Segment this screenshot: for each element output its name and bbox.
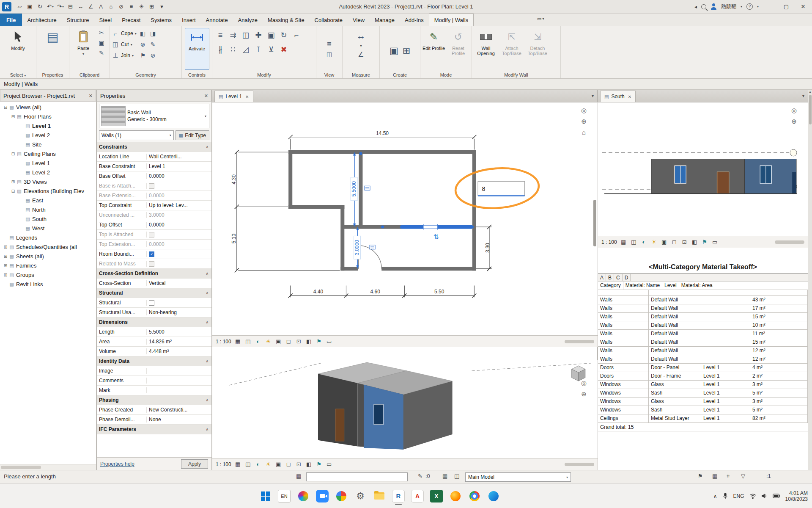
ribbon-tab[interactable]: Add-Ins xyxy=(400,14,429,26)
ribbon-tab[interactable]: Systems xyxy=(145,14,177,26)
mirror-icon[interactable]: ◫ xyxy=(242,30,249,40)
tree-expander-icon[interactable] xyxy=(10,179,16,184)
user-name[interactable]: 熱販翻 xyxy=(721,3,736,10)
help-caret-icon[interactable]: ▾ xyxy=(757,5,759,8)
edge-app[interactable] xyxy=(487,490,500,502)
property-value[interactable]: 5.5000 xyxy=(149,329,165,335)
view-control-icon[interactable]: ▦ xyxy=(234,338,241,345)
view-tab-menu-icon[interactable]: ▾ xyxy=(592,94,594,98)
text-icon[interactable]: A xyxy=(96,2,106,12)
tree-item[interactable]: Schedules/Quantities (all xyxy=(0,242,96,251)
tree-item[interactable]: Legends xyxy=(0,233,96,242)
clock[interactable]: 4:01 AM 10/8/2023 xyxy=(785,490,808,502)
schedule-row[interactable]: Doors Door - Panel Level 1 4 m² xyxy=(598,364,808,372)
copy-icon[interactable]: ▣ xyxy=(267,30,274,40)
property-row[interactable]: Length 5.5000 ∧ xyxy=(97,327,211,337)
view-control-icon[interactable]: ☀ xyxy=(650,239,658,245)
apply-coping-icon[interactable]: ◧ xyxy=(138,29,148,38)
unpin-icon[interactable]: ⊻ xyxy=(268,45,274,54)
window-symbol[interactable] xyxy=(423,224,438,230)
right-pane-scrollbar[interactable]: ▴ xyxy=(808,90,812,470)
tab-close-icon[interactable]: ✕ xyxy=(245,94,249,99)
hide-elements-icon[interactable]: ◫ xyxy=(325,50,334,59)
property-row[interactable]: Structural ∧ xyxy=(97,298,211,308)
ribbon-tab[interactable]: Insert xyxy=(177,14,201,26)
schedule-view[interactable]: <Multi-Category Material Takeoff> ABCD C… xyxy=(598,260,808,470)
tab-level-1[interactable]: ▤ Level 1 ✕ xyxy=(214,91,253,102)
tree-item[interactable]: Site xyxy=(0,140,96,149)
ribbon-tab[interactable]: View xyxy=(348,14,370,26)
property-row[interactable]: Unconnected ... 3.0000 ∧ xyxy=(97,210,211,220)
tree-item[interactable]: Elevations (Building Elev xyxy=(0,186,96,196)
type-selector[interactable]: Basic Wall Generic - 300mm ▾ xyxy=(99,104,209,128)
zoom-app[interactable] xyxy=(316,490,329,502)
tree-item[interactable]: Groups xyxy=(0,270,96,279)
property-value[interactable]: Wall Centerli... xyxy=(149,154,182,160)
property-row[interactable]: Top is Attached ∧ xyxy=(97,230,211,240)
property-row[interactable]: Base Offset 0.0000 ∧ xyxy=(97,171,211,181)
column-header[interactable]: Material: Area xyxy=(679,282,715,290)
view-control-icon[interactable]: ☀ xyxy=(265,461,272,467)
property-value[interactable]: 0.0000 xyxy=(149,193,165,199)
property-row[interactable]: Comments ∧ xyxy=(97,376,211,386)
thin-lines-view-icon[interactable]: ≣ xyxy=(325,39,334,49)
column-header[interactable]: Material: Name xyxy=(623,282,662,290)
tree-item[interactable]: Level 1 xyxy=(0,158,96,168)
tree-item[interactable]: Revit Links xyxy=(0,279,96,289)
edit-type-button[interactable]: ▦ Edit Type xyxy=(176,130,209,140)
cell-category[interactable]: Walls xyxy=(598,355,649,363)
active-workset-input[interactable] xyxy=(306,472,408,481)
cell-material-name[interactable]: Default Wall xyxy=(649,330,701,338)
cell-material-name[interactable]: Glass xyxy=(649,381,701,389)
dimension-icon[interactable]: ∠ xyxy=(86,2,96,12)
schedule-row[interactable]: Windows Glass Level 1 3 m² xyxy=(598,381,808,389)
wall-joins-icon[interactable]: ⊚ xyxy=(138,40,148,49)
view-control-icon[interactable]: ◻ xyxy=(671,239,678,245)
3d-horizontal-scrollbar[interactable] xyxy=(565,463,594,466)
ribbon-tab[interactable]: Architecture xyxy=(22,14,61,26)
scroll-up-icon[interactable]: ▴ xyxy=(809,90,811,94)
schedule-row[interactable]: Windows Sash Level 1 5 m² xyxy=(598,389,808,398)
cell-category[interactable]: Walls xyxy=(598,347,649,355)
view-control-icon[interactable]: ▦ xyxy=(620,239,627,245)
project-browser-header[interactable]: Project Browser - Project1.rvt ✕ xyxy=(0,90,96,102)
section-icon[interactable]: ⊘ xyxy=(116,2,126,12)
ribbon-tab[interactable]: Steel xyxy=(94,14,117,26)
cell-level[interactable]: Level 1 xyxy=(701,372,750,380)
cell-material-name[interactable]: Default Wall xyxy=(649,347,701,355)
cut-geometry-button[interactable]: ◫Cut▾ xyxy=(112,39,137,50)
view-cube[interactable] xyxy=(572,366,585,381)
minimize-button[interactable]: – xyxy=(763,2,776,12)
property-row[interactable]: Cross-Section Definition ∧ xyxy=(97,269,211,279)
cell-category[interactable]: Walls xyxy=(598,296,649,304)
view-control-icon[interactable]: ⚑ xyxy=(701,239,708,245)
section-collapse-icon[interactable]: ∧ xyxy=(206,320,211,324)
view-control-icon[interactable]: ▣ xyxy=(275,338,282,345)
properties-header[interactable]: Properties ✕ xyxy=(97,90,211,102)
array-icon[interactable]: ∷ xyxy=(230,45,235,54)
south-navigation-bar[interactable]: ◎ ⊕ xyxy=(791,107,797,125)
properties-help-link[interactable]: Properties help xyxy=(100,461,134,467)
view-control-icon[interactable]: ◫ xyxy=(630,239,637,245)
view-control-icon[interactable]: ◧ xyxy=(691,239,698,245)
project-browser-close-icon[interactable]: ✕ xyxy=(89,93,93,99)
activate-button[interactable]: Activate xyxy=(185,28,209,70)
steering-wheel-icon[interactable]: ◎ xyxy=(581,379,587,387)
tree-item[interactable]: Sheets (all) xyxy=(0,251,96,261)
property-row[interactable]: Volume 4.448 m³ ∧ xyxy=(97,347,211,356)
cell-material-name[interactable]: Door - Frame xyxy=(649,372,701,380)
cell-level[interactable]: Level 1 xyxy=(701,406,750,414)
cell-material-name[interactable]: Default Wall xyxy=(649,304,701,312)
property-row[interactable]: Room Boundi... ∧ xyxy=(97,249,211,259)
type-selector-caret-icon[interactable]: ▾ xyxy=(205,114,206,118)
rotate-icon[interactable]: ↻ xyxy=(280,30,287,40)
property-row[interactable]: Mark ∧ xyxy=(97,386,211,395)
property-row[interactable]: Structural ∧ xyxy=(97,288,211,298)
schedule-row[interactable]: Doors Door - Frame Level 1 2 m² xyxy=(598,372,808,381)
ribbon-tab[interactable]: Annotate xyxy=(201,14,233,26)
tree-item[interactable]: Level 2 xyxy=(0,130,96,140)
tree-expander-icon[interactable] xyxy=(3,245,8,249)
edit-profile-button[interactable]: ✎ Edit Profile xyxy=(422,28,445,70)
scale-icon[interactable]: ◿ xyxy=(243,45,249,54)
view-control-icon[interactable]: ▭ xyxy=(326,461,333,467)
